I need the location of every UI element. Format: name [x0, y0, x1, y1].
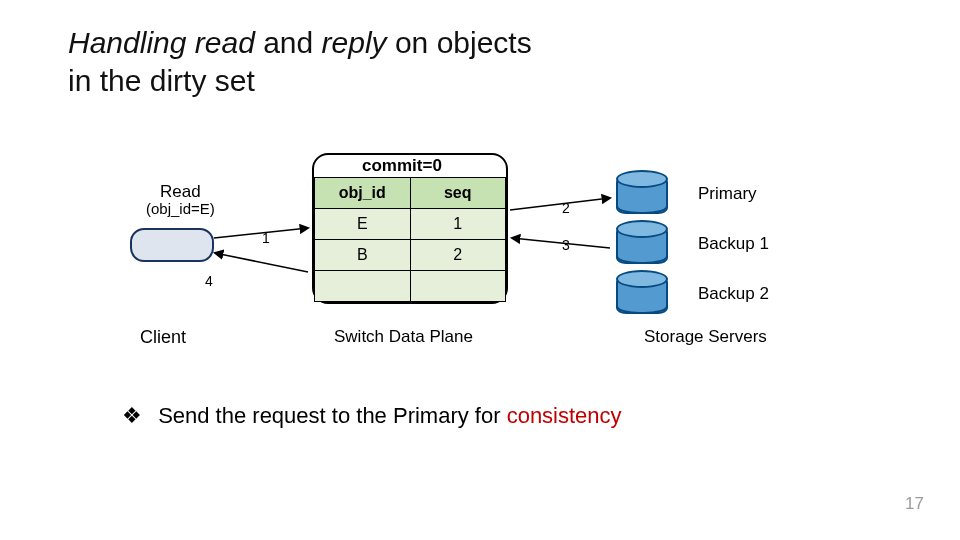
- table-header-row: obj_id seq: [315, 178, 506, 209]
- cell-objid: B: [315, 240, 411, 271]
- dirty-set-table-wrap: obj_id seq E 1 B 2: [312, 153, 508, 304]
- cell-seq: 1: [410, 209, 506, 240]
- read-request-label: Read (obj_id=E): [146, 183, 215, 217]
- table-row: B 2: [315, 240, 506, 271]
- server-label-backup2: Backup 2: [698, 284, 769, 304]
- step-number-1: 1: [262, 230, 270, 246]
- switch-data-plane-label: Switch Data Plane: [334, 327, 473, 347]
- client-label: Client: [140, 327, 186, 348]
- cell-seq: 2: [410, 240, 506, 271]
- arrow-1: [214, 228, 308, 238]
- cylinder-icon: [616, 276, 668, 314]
- read-line1: Read: [146, 183, 215, 201]
- col-header-seq: seq: [410, 178, 506, 209]
- arrow-2: [510, 198, 610, 210]
- step-number-2: 2: [562, 200, 570, 216]
- bullet-icon: ❖: [122, 403, 142, 428]
- read-line2: (obj_id=E): [146, 201, 215, 217]
- bullet-highlight: consistency: [507, 403, 622, 428]
- step-number-3: 3: [562, 237, 570, 253]
- cell-objid: E: [315, 209, 411, 240]
- client-box: [130, 228, 214, 262]
- table-row: E 1: [315, 209, 506, 240]
- cylinder-icon: [616, 226, 668, 264]
- table-row-empty: [315, 271, 506, 302]
- dirty-set-table: obj_id seq E 1 B 2: [314, 177, 506, 302]
- page-number: 17: [905, 494, 924, 514]
- bullet-line: ❖ Send the request to the Primary for co…: [122, 403, 622, 429]
- arrow-3: [512, 238, 610, 248]
- col-header-objid: obj_id: [315, 178, 411, 209]
- storage-servers-label: Storage Servers: [644, 327, 767, 347]
- diagram: Read (obj_id=E) Client 1 4 2 3 commit=0 …: [0, 0, 960, 540]
- arrow-4: [215, 253, 308, 272]
- step-number-4: 4: [205, 273, 213, 289]
- server-label-backup1: Backup 1: [698, 234, 769, 254]
- server-label-primary: Primary: [698, 184, 757, 204]
- bullet-text: Send the request to the Primary for: [158, 403, 507, 428]
- cylinder-icon: [616, 176, 668, 214]
